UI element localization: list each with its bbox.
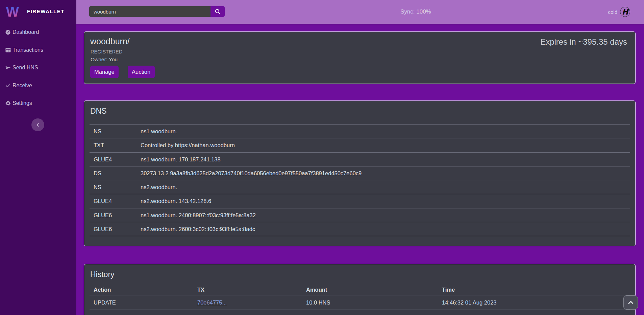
dns-record-value: ns1.woodburn. 170.187.241.138 bbox=[137, 152, 630, 166]
sidebar-item-settings[interactable]: Settings bbox=[0, 94, 76, 112]
expires-label: Expires in ~395.35 days bbox=[540, 37, 627, 47]
dns-row-5: GLUE4ns2.woodburn. 143.42.128.6 bbox=[90, 194, 630, 208]
dns-record-type: NS bbox=[90, 125, 137, 138]
search-input[interactable] bbox=[89, 6, 210, 17]
dns-row-2: GLUE4ns1.woodburn. 170.187.241.138 bbox=[90, 152, 630, 166]
history-col-time: Time bbox=[438, 284, 630, 295]
history-cell-time: 14:46:32 01 Aug 2023 bbox=[438, 295, 630, 310]
dns-record-value: ns1.woodburn. 2400:8907::f03c:93ff:fe5a:… bbox=[137, 208, 630, 222]
dns-record-type: GLUE6 bbox=[90, 222, 137, 236]
brand-name: FIREWALLET bbox=[27, 8, 65, 14]
sidebar-collapse-button[interactable] bbox=[31, 118, 44, 131]
scroll-to-top-button[interactable] bbox=[623, 295, 638, 310]
dns-record-type: GLUE6 bbox=[90, 208, 137, 222]
manage-button[interactable]: Manage bbox=[90, 66, 119, 78]
dns-record-type: NS bbox=[90, 180, 137, 194]
history-cell-action: UPDATE bbox=[90, 295, 193, 310]
dns-record-value: ns1.woodburn. bbox=[137, 125, 630, 138]
owner-label: Owner: You bbox=[91, 57, 118, 62]
history-cell-tx: d79c5c4... bbox=[193, 310, 302, 315]
topbar: Sync: 100% cold H bbox=[76, 0, 644, 24]
history-card: History Action TX Amount Time UPDATE70e6… bbox=[84, 264, 636, 315]
dns-card: DNS NSns1.woodburn.TXTControlled by http… bbox=[84, 100, 636, 246]
auction-button[interactable]: Auction bbox=[128, 66, 155, 78]
dns-record-value: 30273 13 2 9a3a8fb3d625d2a2073d740f10da6… bbox=[137, 166, 630, 180]
wallet-indicator[interactable]: cold H bbox=[608, 0, 630, 24]
history-table: Action TX Amount Time UPDATE70e64775...1… bbox=[90, 284, 630, 315]
search-button[interactable] bbox=[210, 6, 225, 17]
transactions-table-icon bbox=[5, 47, 11, 53]
sidebar-item-transactions[interactable]: Transactions bbox=[0, 41, 76, 59]
chevron-up-icon bbox=[628, 301, 634, 304]
dns-row-1: TXTControlled by https://nathan.woodburn bbox=[90, 138, 630, 152]
receive-arrow-icon bbox=[5, 83, 11, 88]
domain-name-title: woodburn/ bbox=[90, 36, 130, 47]
handshake-logo-icon: H bbox=[620, 7, 630, 17]
sidebar-item-label: Send HNS bbox=[13, 65, 38, 71]
history-col-action: Action bbox=[90, 284, 193, 295]
firewallet-logo-icon: W bbox=[6, 5, 19, 17]
dns-row-6: GLUE6ns1.woodburn. 2400:8907::f03c:93ff:… bbox=[90, 208, 630, 222]
dashboard-gauge-icon bbox=[5, 29, 11, 35]
dns-record-value: ns2.woodburn. 143.42.128.6 bbox=[137, 194, 630, 208]
history-cell-tx: 70e64775... bbox=[193, 295, 302, 310]
dns-record-value: ns2.woodburn. 2600:3c02::f03c:93ff:fe5a:… bbox=[137, 222, 630, 236]
send-icon bbox=[5, 65, 11, 71]
history-cell-amount: 10.0 HNS bbox=[302, 295, 438, 310]
sidebar: W FIREWALLET Dashboard Transactions Send… bbox=[0, 0, 76, 315]
dns-row-3: DS30273 13 2 9a3a8fb3d625d2a2073d740f10d… bbox=[90, 166, 630, 180]
dns-record-type: TXT bbox=[90, 138, 137, 152]
history-col-tx: TX bbox=[193, 284, 302, 295]
history-card-title: History bbox=[90, 269, 115, 279]
sync-status: Sync: 100% bbox=[400, 0, 431, 24]
history-row-0: UPDATE70e64775...10.0 HNS14:46:32 01 Aug… bbox=[90, 295, 630, 310]
settings-gear-icon bbox=[5, 100, 11, 106]
dns-row-0: NSns1.woodburn. bbox=[90, 125, 630, 138]
sidebar-item-label: Receive bbox=[13, 83, 32, 89]
sidebar-nav: Dashboard Transactions Send HNS Receive … bbox=[0, 23, 76, 112]
dns-row-4: NSns2.woodburn. bbox=[90, 180, 630, 194]
chevron-left-icon bbox=[35, 122, 40, 127]
history-cell-amount: 10.0 HNS bbox=[302, 310, 438, 315]
history-col-amount: Amount bbox=[302, 284, 438, 295]
dns-record-type: GLUE4 bbox=[90, 152, 137, 166]
history-row-1: RENEWd79c5c4...10.0 HNS15:45:36 07 Jul 2… bbox=[90, 310, 630, 315]
search-bar bbox=[89, 6, 225, 17]
dns-record-type: DS bbox=[90, 166, 137, 180]
dns-row-7: GLUE6ns2.woodburn. 2600:3c02::f03c:93ff:… bbox=[90, 222, 630, 236]
history-cell-action: RENEW bbox=[90, 310, 193, 315]
search-icon bbox=[215, 9, 221, 15]
name-summary-card: woodburn/ REGISTERED Owner: You Manage A… bbox=[84, 31, 636, 84]
sidebar-item-receive[interactable]: Receive bbox=[0, 77, 76, 95]
sidebar-item-label: Transactions bbox=[13, 47, 43, 53]
dns-table: NSns1.woodburn.TXTControlled by https://… bbox=[90, 124, 630, 236]
sidebar-item-label: Settings bbox=[13, 100, 32, 106]
svg-text:W: W bbox=[6, 5, 19, 17]
sidebar-item-dashboard[interactable]: Dashboard bbox=[0, 23, 76, 41]
dns-card-title: DNS bbox=[90, 106, 107, 116]
dns-record-type: GLUE4 bbox=[90, 194, 137, 208]
brand[interactable]: W FIREWALLET bbox=[6, 5, 65, 17]
tx-link[interactable]: 70e64775... bbox=[197, 299, 227, 306]
sidebar-item-label: Dashboard bbox=[13, 29, 39, 35]
wallet-name: cold bbox=[608, 9, 617, 15]
sidebar-item-send-hns[interactable]: Send HNS bbox=[0, 59, 76, 77]
registration-status: REGISTERED bbox=[91, 49, 122, 54]
history-cell-time: 15:45:36 07 Jul 2023 bbox=[438, 310, 630, 315]
dns-record-value: Controlled by https://nathan.woodburn bbox=[137, 138, 630, 152]
dns-record-value: ns2.woodburn. bbox=[137, 180, 630, 194]
